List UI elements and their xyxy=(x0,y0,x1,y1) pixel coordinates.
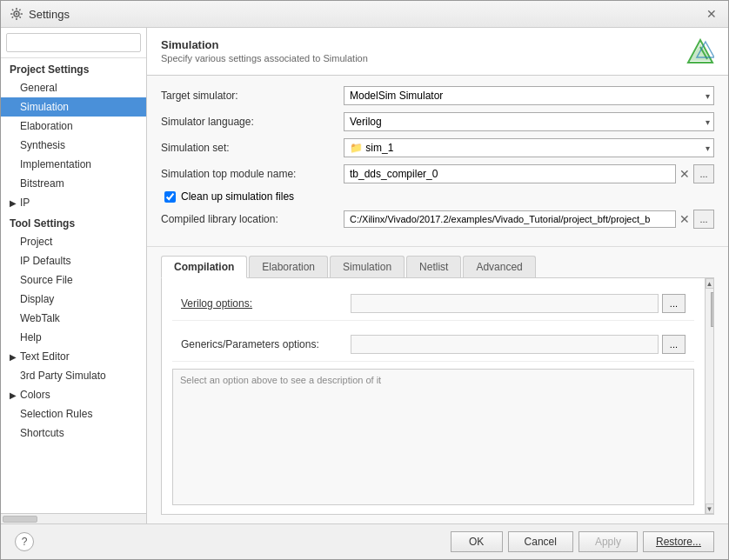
tab-simulation[interactable]: Simulation xyxy=(330,256,405,277)
sidebar-item-webtalk[interactable]: WebTalk xyxy=(1,309,146,328)
simulation-set-select-wrap: 📁 sim_1 ▾ xyxy=(344,138,714,157)
compiled-lib-input[interactable] xyxy=(344,210,676,228)
target-simulator-row: Target simulator: ModelSim Simulator ▾ xyxy=(161,86,714,105)
simulation-top-input-group: ✕ ... xyxy=(344,164,714,183)
sidebar-item-shortcuts[interactable]: Shortcuts xyxy=(1,423,146,443)
sidebar-item-selection-rules[interactable]: Selection Rules xyxy=(1,404,146,423)
search-wrap: Q xyxy=(6,33,141,52)
tab-content: Verilog options: ... Generics/Parameters… xyxy=(161,278,714,515)
ip-defaults-label: IP Defaults xyxy=(20,255,70,267)
sidebar-item-implementation[interactable]: Implementation xyxy=(1,155,146,174)
simulation-top-clear-button[interactable]: ✕ xyxy=(678,167,692,181)
simulation-set-select[interactable]: 📁 sim_1 xyxy=(344,138,714,157)
title-bar: Settings ✕ xyxy=(1,1,728,28)
apply-button[interactable]: Apply xyxy=(579,531,638,552)
svg-point-1 xyxy=(16,13,17,15)
sidebar-item-ip-defaults[interactable]: IP Defaults xyxy=(1,251,146,270)
sidebar-horizontal-scrollbar[interactable] xyxy=(1,513,146,523)
sidebar-item-general[interactable]: General xyxy=(1,78,146,97)
target-simulator-select-wrap: ModelSim Simulator ▾ xyxy=(344,86,714,105)
verilog-options-row: Verilog options: ... xyxy=(172,287,694,321)
ip-chevron-icon: ▶ xyxy=(10,198,17,208)
generics-options-button[interactable]: ... xyxy=(662,335,686,354)
implementation-label: Implementation xyxy=(20,158,91,170)
project-settings-label: Project Settings xyxy=(1,58,146,78)
simulator-language-label: Simulator language: xyxy=(161,116,344,128)
tabs-area: Compilation Elaboration Simulation Netli… xyxy=(147,247,728,523)
restore-label: Restore... xyxy=(656,536,701,548)
tab-scrollbar[interactable]: ▲ ▼ xyxy=(705,278,713,514)
settings-window: Settings ✕ Q Project Settings General Si… xyxy=(0,0,729,560)
sidebar-item-text-editor[interactable]: ▶ Text Editor xyxy=(1,347,146,366)
compiled-lib-dots-button[interactable]: ... xyxy=(693,210,714,229)
sidebar-item-colors[interactable]: ▶ Colors xyxy=(1,385,146,404)
simulation-top-input[interactable] xyxy=(344,164,676,183)
sidebar-item-bitstream[interactable]: Bitstream xyxy=(1,174,146,193)
generics-options-label: Generics/Parameters options: xyxy=(181,338,351,350)
simulation-set-row: Simulation set: 📁 sim_1 ▾ xyxy=(161,138,714,157)
cancel-button[interactable]: Cancel xyxy=(508,531,573,552)
synthesis-label: Synthesis xyxy=(20,139,65,151)
sidebar-item-help[interactable]: Help xyxy=(1,328,146,347)
svg-rect-8 xyxy=(19,9,22,11)
sidebar-list: Project Settings General Simulation Elab… xyxy=(1,58,146,513)
elaboration-label: Elaboration xyxy=(20,120,73,132)
restore-button[interactable]: Restore... xyxy=(643,531,714,552)
sidebar-item-elaboration[interactable]: Elaboration xyxy=(1,117,146,136)
tab-netlist[interactable]: Netlist xyxy=(406,256,461,277)
selection-rules-label: Selection Rules xyxy=(20,408,92,420)
tool-settings-label: Tool Settings xyxy=(1,212,146,232)
sidebar-item-simulation[interactable]: Simulation xyxy=(1,97,146,117)
svg-rect-7 xyxy=(19,17,22,19)
simulation-top-label: Simulation top module name: xyxy=(161,168,344,180)
simulation-label: Simulation xyxy=(20,101,69,113)
description-placeholder: Select an option above to see a descript… xyxy=(180,375,381,385)
help-label: Help xyxy=(20,331,42,343)
sidebar-item-ip[interactable]: ▶ IP xyxy=(1,193,146,212)
sidebar-item-source-file[interactable]: Source File xyxy=(1,270,146,290)
scroll-thumb[interactable] xyxy=(711,292,714,327)
close-button[interactable]: ✕ xyxy=(704,6,719,22)
sidebar-item-display[interactable]: Display xyxy=(1,290,146,309)
source-file-label: Source File xyxy=(20,274,73,286)
general-label: General xyxy=(20,82,57,94)
svg-rect-2 xyxy=(16,8,17,10)
compiled-lib-clear-button[interactable]: ✕ xyxy=(678,212,692,226)
cleanup-checkbox[interactable] xyxy=(164,191,176,203)
project-label: Project xyxy=(20,236,52,248)
help-button[interactable]: ? xyxy=(15,532,34,551)
bottom-left: ? xyxy=(15,532,445,551)
simulation-top-dots-button[interactable]: ... xyxy=(693,164,714,183)
ok-button[interactable]: OK xyxy=(451,531,503,552)
scroll-down-arrow[interactable]: ▼ xyxy=(706,503,714,514)
sidebar-item-project[interactable]: Project xyxy=(1,232,146,251)
content-area: Q Project Settings General Simulation El… xyxy=(1,28,728,523)
sidebar-item-synthesis[interactable]: Synthesis xyxy=(1,136,146,155)
form-area: Target simulator: ModelSim Simulator ▾ S… xyxy=(147,76,728,247)
simulator-language-select[interactable]: Verilog xyxy=(344,112,714,131)
text-editor-chevron-icon: ▶ xyxy=(10,352,17,362)
simulation-top-row: Simulation top module name: ✕ ... xyxy=(161,164,714,183)
colors-label: Colors xyxy=(20,389,50,401)
window-title: Settings xyxy=(29,8,70,21)
verilog-options-button[interactable]: ... xyxy=(662,294,686,313)
settings-icon xyxy=(10,7,23,21)
tab-advanced[interactable]: Advanced xyxy=(463,256,535,277)
scrollbar-thumb-horizontal[interactable] xyxy=(3,516,37,523)
svg-rect-9 xyxy=(11,17,14,19)
cleanup-label: Clean up simulation files xyxy=(181,190,294,203)
generics-options-input[interactable] xyxy=(351,335,659,354)
main-title: Simulation xyxy=(161,38,368,51)
target-simulator-select[interactable]: ModelSim Simulator xyxy=(344,86,714,105)
main-subtitle: Specify various settings associated to S… xyxy=(161,53,368,63)
vivado-logo xyxy=(686,38,714,66)
sidebar-item-3rd-party[interactable]: 3rd Party Simulato xyxy=(1,366,146,385)
main-panel: Simulation Specify various settings asso… xyxy=(147,28,728,523)
tab-elaboration[interactable]: Elaboration xyxy=(249,256,328,277)
simulator-language-row: Simulator language: Verilog ▾ xyxy=(161,112,714,131)
verilog-options-input[interactable] xyxy=(351,294,659,313)
search-input[interactable] xyxy=(6,33,141,52)
simulation-set-label: Simulation set: xyxy=(161,142,344,154)
tab-compilation[interactable]: Compilation xyxy=(161,256,247,278)
scroll-up-arrow[interactable]: ▲ xyxy=(706,278,714,289)
